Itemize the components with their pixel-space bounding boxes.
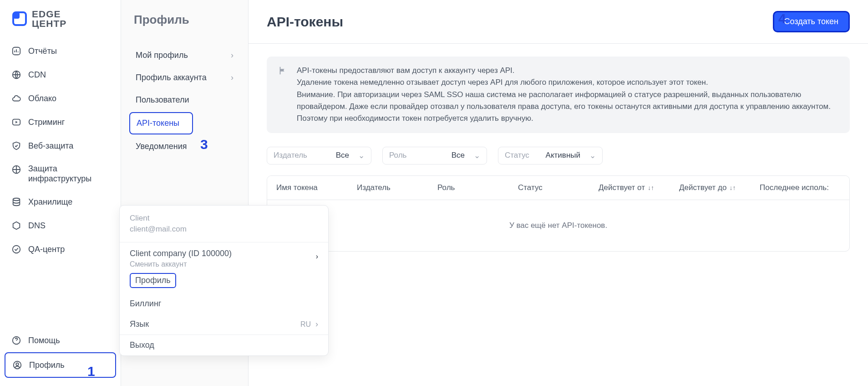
help-icon — [11, 335, 22, 346]
sort-icon: ↓↑ — [730, 184, 736, 191]
nav-label: Отчёты — [28, 46, 57, 56]
popup-language-row[interactable]: Язык RU › — [120, 314, 328, 335]
nav-label: Профиль — [29, 360, 65, 370]
table-empty-state: У вас ещё нет API-токенов. — [267, 200, 849, 251]
popup-logout-row[interactable]: Выход — [120, 335, 328, 355]
th-name[interactable]: Имя токена — [276, 183, 357, 192]
notice-p1: API-токены предоставляют вам доступ к ак… — [297, 65, 839, 77]
check-circle-icon — [11, 244, 22, 255]
filter-role[interactable]: Роль Все ⌄ — [382, 147, 487, 165]
sec-item-my-profile[interactable]: Мой профиль › — [129, 45, 240, 66]
nav-item-cdn[interactable]: CDN — [5, 63, 116, 87]
create-token-button[interactable]: Создать токен — [773, 11, 850, 32]
nav-label: CDN — [28, 70, 46, 80]
th-status[interactable]: Статус — [518, 183, 599, 192]
popup-billing-row[interactable]: Биллинг — [120, 293, 328, 314]
popup-language-label: Язык — [130, 319, 149, 329]
nav-item-cloud[interactable]: Облако — [5, 87, 116, 110]
nav-label: Хранилище — [28, 197, 72, 207]
sec-item-api-tokens[interactable]: API-токены — [129, 112, 193, 134]
globe-icon — [11, 69, 22, 80]
nav-item-web-protection[interactable]: Веб-защита — [5, 134, 116, 158]
svg-point-10 — [16, 363, 19, 365]
sec-label: Уведомления — [136, 142, 187, 151]
nav-label: DNS — [28, 221, 46, 231]
popup-language-value: RU — [300, 320, 311, 329]
popup-client-name: Client — [130, 214, 318, 223]
th-publisher[interactable]: Издатель — [357, 183, 437, 192]
sort-icon: ↓↑ — [648, 184, 654, 191]
th-valid-from[interactable]: Действует от↓↑ — [599, 183, 679, 192]
sidebar-bottom: Помощь Профиль — [0, 329, 121, 386]
svg-point-6 — [13, 198, 20, 201]
bar-chart-icon — [11, 46, 22, 57]
sec-item-account-profile[interactable]: Профиль аккаунта › — [129, 67, 240, 88]
flag-icon — [278, 66, 288, 125]
filter-value: Все — [336, 151, 349, 160]
chevron-right-icon: › — [315, 319, 318, 329]
chevron-down-icon: ⌄ — [589, 151, 596, 160]
profile-popup: Client client@mail.com Client company (I… — [119, 205, 329, 356]
shield-check-icon — [11, 140, 22, 151]
tokens-table: Имя токена Издатель Роль Статус Действуе… — [267, 175, 850, 252]
popup-logout-label: Выход — [130, 340, 154, 350]
sec-label: Профиль аккаунта — [136, 73, 207, 82]
notice-p2: Удаление токена немедленно отзывает дост… — [297, 77, 839, 88]
nav-label: Защита инфраструктуры — [28, 164, 91, 184]
th-valid-to[interactable]: Действует до↓↑ — [679, 183, 760, 192]
filter-row: Издатель Все ⌄ Роль Все ⌄ Статус Активны… — [267, 147, 850, 165]
filter-value: Все — [452, 151, 465, 160]
sec-label: API-токены — [137, 118, 179, 128]
main-area: API-токены Создать токен API-токены пред… — [249, 0, 868, 386]
hexagon-icon — [11, 220, 22, 231]
user-icon — [12, 360, 23, 371]
nav-item-help[interactable]: Помощь — [5, 329, 116, 352]
popup-company-row[interactable]: Client company (ID 100000) Сменить аккау… — [120, 242, 328, 270]
popup-client-block: Client client@mail.com — [120, 206, 328, 242]
logo-line2: ЦЕНТР — [32, 19, 66, 28]
popup-billing-label: Биллинг — [130, 299, 161, 309]
filter-value: Активный — [546, 151, 580, 160]
chevron-right-icon: › — [231, 51, 233, 60]
logo-text: EDGE ЦЕНТР — [32, 9, 66, 28]
popup-switch-account: Сменить аккаунт — [130, 260, 232, 268]
filter-publisher[interactable]: Издатель Все ⌄ — [267, 147, 371, 165]
notice-text: API-токены предоставляют вам доступ к ак… — [297, 65, 839, 125]
popup-client-email: client@mail.com — [130, 225, 318, 234]
sec-label: Мой профиль — [136, 51, 188, 60]
primary-nav-list: Отчёты CDN Облако Стриминг Веб-защита За… — [0, 39, 121, 261]
sec-item-users[interactable]: Пользователи — [129, 90, 240, 110]
logo: EDGE ЦЕНТР — [0, 0, 121, 39]
nav-item-streaming[interactable]: Стриминг — [5, 110, 116, 134]
nav-label: Стриминг — [28, 118, 65, 127]
nav-item-qa-center[interactable]: QA-центр — [5, 237, 116, 261]
th-last-used[interactable]: Последнее исполь: — [760, 183, 840, 192]
svg-point-7 — [13, 246, 20, 253]
sidebar-primary: EDGE ЦЕНТР Отчёты CDN Облако Стриминг Ве… — [0, 0, 121, 386]
chevron-down-icon: ⌄ — [474, 151, 480, 160]
nav-item-profile[interactable]: Профиль — [5, 352, 116, 378]
sec-item-notifications[interactable]: Уведомления — [129, 136, 240, 157]
shield-globe-icon — [11, 164, 22, 175]
filter-status[interactable]: Статус Активный ⌄ — [498, 147, 603, 165]
filter-label: Издатель — [274, 151, 327, 160]
th-role[interactable]: Роль — [437, 183, 518, 192]
info-notice: API-токены предоставляют вам доступ к ак… — [267, 57, 850, 133]
nav-label: Веб-защита — [28, 141, 73, 151]
chevron-down-icon: ⌄ — [358, 151, 365, 160]
nav-label: QA-центр — [28, 245, 65, 254]
secondary-nav-list: Мой профиль › Профиль аккаунта › Пользов… — [121, 45, 248, 157]
logo-line1: EDGE — [32, 9, 66, 19]
popup-company: Client company (ID 100000) — [130, 249, 232, 258]
nav-label: Облако — [28, 94, 56, 103]
filter-label: Роль — [389, 151, 442, 160]
nav-label: Помощь — [28, 336, 60, 345]
nav-item-dns[interactable]: DNS — [5, 214, 116, 237]
popup-profile-row[interactable]: Профиль — [120, 270, 328, 293]
table-header: Имя токена Издатель Роль Статус Действуе… — [267, 176, 849, 200]
main-header: API-токены Создать токен — [249, 0, 868, 44]
main-content: API-токены предоставляют вам доступ к ак… — [249, 44, 868, 264]
nav-item-infra-protection[interactable]: Защита инфраструктуры — [5, 158, 116, 190]
nav-item-reports[interactable]: Отчёты — [5, 39, 116, 63]
nav-item-storage[interactable]: Хранилище — [5, 190, 116, 214]
